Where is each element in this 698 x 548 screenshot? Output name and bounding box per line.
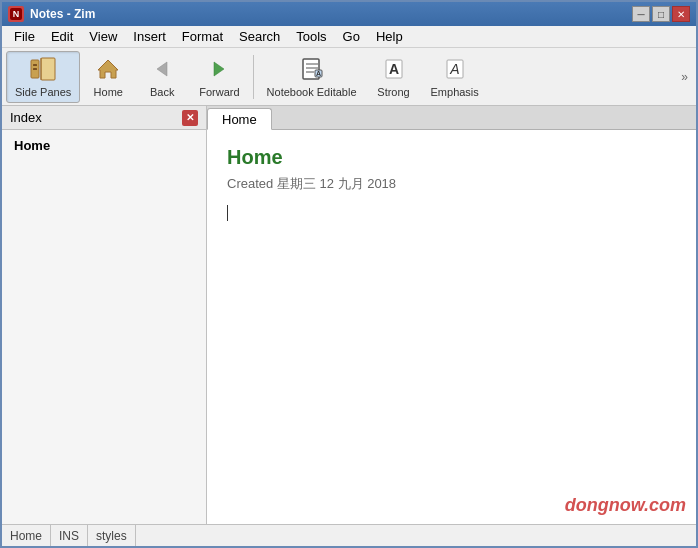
side-panel-header: Index ✕ — [2, 106, 206, 130]
tab-bar: Home — [207, 106, 696, 130]
side-panel-close-button[interactable]: ✕ — [182, 110, 198, 126]
menu-edit[interactable]: Edit — [43, 27, 81, 46]
menu-file[interactable]: File — [6, 27, 43, 46]
home-icon — [94, 56, 122, 83]
tab-home[interactable]: Home — [207, 108, 272, 130]
window-controls: ─ □ ✕ — [632, 6, 690, 22]
status-ins: INS — [51, 525, 88, 546]
menu-bar: File Edit View Insert Format Search Tool… — [2, 26, 696, 48]
editor-area[interactable]: Home Created 星期三 12 九月 2018 — [207, 130, 696, 524]
notebook-editable-button[interactable]: A Notebook Editable — [258, 51, 366, 103]
maximize-button[interactable]: □ — [652, 6, 670, 22]
svg-text:N: N — [13, 9, 20, 19]
side-panel-title: Index — [10, 110, 42, 125]
status-bar: Home INS styles — [2, 524, 696, 546]
status-style: styles — [88, 525, 136, 546]
content-area: Home Home Created 星期三 12 九月 2018 — [207, 106, 696, 524]
title-bar: N Notes - Zim ─ □ ✕ — [2, 2, 696, 26]
toolbar-separator-1 — [253, 55, 254, 99]
forward-label: Forward — [199, 86, 239, 98]
svg-marker-8 — [157, 62, 167, 76]
back-icon — [148, 56, 176, 83]
svg-rect-5 — [33, 64, 37, 66]
page-title: Home — [227, 146, 676, 169]
back-label: Back — [150, 86, 174, 98]
notebook-editable-label: Notebook Editable — [267, 86, 357, 98]
toolbar-more-button[interactable]: » — [677, 66, 692, 88]
svg-text:A: A — [449, 61, 459, 77]
emphasis-icon: A — [441, 56, 469, 83]
svg-marker-7 — [98, 60, 118, 78]
app-icon: N — [8, 6, 24, 22]
menu-tools[interactable]: Tools — [288, 27, 334, 46]
window-title: Notes - Zim — [30, 7, 95, 21]
forward-button[interactable]: Forward — [190, 51, 248, 103]
back-button[interactable]: Back — [136, 51, 188, 103]
svg-rect-3 — [41, 58, 55, 80]
menu-search[interactable]: Search — [231, 27, 288, 46]
menu-format[interactable]: Format — [174, 27, 231, 46]
strong-icon: A — [380, 56, 408, 83]
svg-marker-9 — [214, 62, 224, 76]
page-meta: Created 星期三 12 九月 2018 — [227, 175, 676, 193]
editor-cursor-line — [227, 205, 676, 221]
menu-view[interactable]: View — [81, 27, 125, 46]
index-item-home[interactable]: Home — [6, 134, 202, 157]
strong-button[interactable]: A Strong — [368, 51, 420, 103]
forward-icon — [205, 56, 233, 83]
home-button[interactable]: Home — [82, 51, 134, 103]
strong-label: Strong — [377, 86, 409, 98]
main-area: Index ✕ Home Home Home Created 星期三 12 九月… — [2, 106, 696, 524]
emphasis-label: Emphasis — [431, 86, 479, 98]
notebook-icon: A — [298, 56, 326, 83]
menu-help[interactable]: Help — [368, 27, 411, 46]
side-panel: Index ✕ Home — [2, 106, 207, 524]
emphasis-button[interactable]: A Emphasis — [422, 51, 488, 103]
svg-rect-6 — [33, 68, 37, 70]
side-panes-label: Side Panes — [15, 86, 71, 98]
menu-insert[interactable]: Insert — [125, 27, 174, 46]
svg-text:A: A — [316, 70, 321, 77]
toolbar: Side Panes Home Back — [2, 48, 696, 106]
side-panes-button[interactable]: Side Panes — [6, 51, 80, 103]
minimize-button[interactable]: ─ — [632, 6, 650, 22]
menu-go[interactable]: Go — [335, 27, 368, 46]
side-panes-icon — [29, 56, 57, 83]
title-bar-left: N Notes - Zim — [8, 6, 95, 22]
svg-text:A: A — [388, 61, 398, 77]
status-path: Home — [10, 525, 51, 546]
close-button[interactable]: ✕ — [672, 6, 690, 22]
app-window: N Notes - Zim ─ □ ✕ File Edit View Inser… — [0, 0, 698, 548]
home-label: Home — [94, 86, 123, 98]
side-panel-content: Home — [2, 130, 206, 524]
